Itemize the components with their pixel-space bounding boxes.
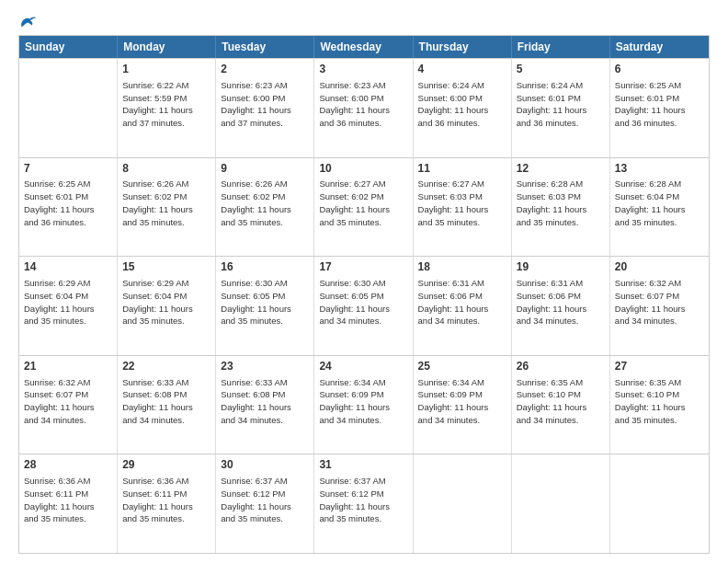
day-number: 29 [122, 457, 210, 473]
day-number: 26 [517, 359, 605, 374]
calendar-cell: 4Sunrise: 6:24 AMSunset: 6:00 PMDaylight… [414, 59, 512, 157]
cell-info: Sunrise: 6:25 AMSunset: 6:01 PMDaylight:… [615, 79, 704, 130]
calendar-cell: 21Sunrise: 6:32 AMSunset: 6:07 PMDayligh… [19, 356, 118, 454]
calendar-cell: 13Sunrise: 6:28 AMSunset: 6:04 PMDayligh… [610, 158, 709, 257]
day-number: 15 [122, 259, 210, 275]
calendar-cell: 11Sunrise: 6:27 AMSunset: 6:03 PMDayligh… [414, 158, 512, 257]
day-number: 11 [418, 161, 506, 177]
calendar-cell [414, 454, 512, 553]
cell-info: Sunrise: 6:22 AMSunset: 5:59 PMDaylight:… [122, 79, 210, 130]
day-number: 20 [615, 259, 704, 275]
calendar-cell: 22Sunrise: 6:33 AMSunset: 6:08 PMDayligh… [118, 356, 216, 454]
day-number: 14 [24, 259, 112, 275]
cell-info: Sunrise: 6:23 AMSunset: 6:00 PMDaylight:… [221, 79, 309, 130]
page-header [18, 15, 710, 29]
weekday-header-friday: Friday [512, 36, 610, 58]
weekday-header-tuesday: Tuesday [216, 36, 314, 58]
calendar-cell: 26Sunrise: 6:35 AMSunset: 6:10 PMDayligh… [512, 356, 610, 454]
calendar-cell: 15Sunrise: 6:29 AMSunset: 6:04 PMDayligh… [118, 257, 216, 355]
day-number: 13 [615, 161, 704, 177]
day-number: 9 [221, 161, 309, 177]
day-number: 22 [122, 359, 210, 374]
cell-info: Sunrise: 6:29 AMSunset: 6:04 PMDaylight:… [24, 277, 112, 327]
cell-info: Sunrise: 6:27 AMSunset: 6:02 PMDaylight:… [319, 178, 407, 228]
calendar-cell: 28Sunrise: 6:36 AMSunset: 6:11 PMDayligh… [19, 454, 118, 553]
cell-info: Sunrise: 6:37 AMSunset: 6:12 PMDaylight:… [221, 475, 309, 525]
calendar-row-0: 1Sunrise: 6:22 AMSunset: 5:59 PMDaylight… [19, 58, 709, 157]
day-number: 1 [122, 62, 210, 77]
day-number: 12 [517, 161, 605, 177]
weekday-header-sunday: Sunday [19, 36, 118, 58]
calendar-body: 1Sunrise: 6:22 AMSunset: 5:59 PMDaylight… [19, 58, 709, 553]
logo [18, 15, 37, 29]
calendar-cell: 2Sunrise: 6:23 AMSunset: 6:00 PMDaylight… [216, 59, 314, 157]
cell-info: Sunrise: 6:34 AMSunset: 6:09 PMDaylight:… [319, 376, 407, 427]
cell-info: Sunrise: 6:24 AMSunset: 6:00 PMDaylight:… [418, 79, 506, 130]
cell-info: Sunrise: 6:28 AMSunset: 6:03 PMDaylight:… [517, 178, 605, 228]
cell-info: Sunrise: 6:33 AMSunset: 6:08 PMDaylight:… [122, 376, 210, 427]
cell-info: Sunrise: 6:35 AMSunset: 6:10 PMDaylight:… [615, 376, 704, 427]
cell-info: Sunrise: 6:28 AMSunset: 6:04 PMDaylight:… [615, 178, 704, 228]
cell-info: Sunrise: 6:27 AMSunset: 6:03 PMDaylight:… [418, 178, 506, 228]
calendar-cell: 23Sunrise: 6:33 AMSunset: 6:08 PMDayligh… [216, 356, 314, 454]
weekday-header-wednesday: Wednesday [314, 36, 413, 58]
day-number: 24 [319, 359, 407, 374]
day-number: 17 [319, 259, 407, 275]
cell-info: Sunrise: 6:26 AMSunset: 6:02 PMDaylight:… [122, 178, 210, 228]
calendar-cell: 1Sunrise: 6:22 AMSunset: 5:59 PMDaylight… [118, 59, 216, 157]
cell-info: Sunrise: 6:26 AMSunset: 6:02 PMDaylight:… [221, 178, 309, 228]
calendar-cell [512, 454, 610, 553]
calendar-row-1: 7Sunrise: 6:25 AMSunset: 6:01 PMDaylight… [19, 157, 709, 257]
day-number: 18 [418, 259, 506, 275]
calendar-cell: 17Sunrise: 6:30 AMSunset: 6:05 PMDayligh… [314, 257, 413, 355]
weekday-header-saturday: Saturday [610, 36, 709, 58]
calendar-cell: 30Sunrise: 6:37 AMSunset: 6:12 PMDayligh… [216, 454, 314, 553]
cell-info: Sunrise: 6:35 AMSunset: 6:10 PMDaylight:… [517, 376, 605, 427]
calendar-row-3: 21Sunrise: 6:32 AMSunset: 6:07 PMDayligh… [19, 355, 709, 454]
cell-info: Sunrise: 6:32 AMSunset: 6:07 PMDaylight:… [24, 376, 112, 427]
cell-info: Sunrise: 6:34 AMSunset: 6:09 PMDaylight:… [418, 376, 506, 427]
calendar-cell: 9Sunrise: 6:26 AMSunset: 6:02 PMDaylight… [216, 158, 314, 257]
cell-info: Sunrise: 6:33 AMSunset: 6:08 PMDaylight:… [221, 376, 309, 427]
calendar-cell: 27Sunrise: 6:35 AMSunset: 6:10 PMDayligh… [610, 356, 709, 454]
calendar-cell: 20Sunrise: 6:32 AMSunset: 6:07 PMDayligh… [610, 257, 709, 355]
calendar-cell: 12Sunrise: 6:28 AMSunset: 6:03 PMDayligh… [512, 158, 610, 257]
calendar-cell: 7Sunrise: 6:25 AMSunset: 6:01 PMDaylight… [19, 158, 118, 257]
cell-info: Sunrise: 6:32 AMSunset: 6:07 PMDaylight:… [615, 277, 704, 327]
weekday-header-thursday: Thursday [414, 36, 512, 58]
day-number: 7 [24, 161, 112, 177]
day-number: 31 [319, 457, 407, 473]
cell-info: Sunrise: 6:37 AMSunset: 6:12 PMDaylight:… [319, 475, 407, 525]
day-number: 30 [221, 457, 309, 473]
day-number: 8 [122, 161, 210, 177]
day-number: 2 [221, 62, 309, 77]
day-number: 4 [418, 62, 506, 77]
calendar-cell [19, 59, 118, 157]
calendar-cell: 25Sunrise: 6:34 AMSunset: 6:09 PMDayligh… [414, 356, 512, 454]
calendar-cell: 10Sunrise: 6:27 AMSunset: 6:02 PMDayligh… [314, 158, 413, 257]
day-number: 28 [24, 457, 112, 473]
calendar-cell: 8Sunrise: 6:26 AMSunset: 6:02 PMDaylight… [118, 158, 216, 257]
calendar-row-4: 28Sunrise: 6:36 AMSunset: 6:11 PMDayligh… [19, 454, 709, 553]
logo-bird-icon [20, 15, 37, 29]
calendar: SundayMondayTuesdayWednesdayThursdayFrid… [18, 35, 710, 554]
day-number: 3 [319, 62, 407, 77]
calendar-cell: 16Sunrise: 6:30 AMSunset: 6:05 PMDayligh… [216, 257, 314, 355]
calendar-cell: 29Sunrise: 6:36 AMSunset: 6:11 PMDayligh… [118, 454, 216, 553]
calendar-cell: 31Sunrise: 6:37 AMSunset: 6:12 PMDayligh… [314, 454, 413, 553]
cell-info: Sunrise: 6:23 AMSunset: 6:00 PMDaylight:… [319, 79, 407, 130]
calendar-cell: 19Sunrise: 6:31 AMSunset: 6:06 PMDayligh… [512, 257, 610, 355]
cell-info: Sunrise: 6:31 AMSunset: 6:06 PMDaylight:… [517, 277, 605, 327]
cell-info: Sunrise: 6:24 AMSunset: 6:01 PMDaylight:… [517, 79, 605, 130]
day-number: 10 [319, 161, 407, 177]
day-number: 19 [517, 259, 605, 275]
calendar-cell: 24Sunrise: 6:34 AMSunset: 6:09 PMDayligh… [314, 356, 413, 454]
cell-info: Sunrise: 6:25 AMSunset: 6:01 PMDaylight:… [24, 178, 112, 228]
cell-info: Sunrise: 6:30 AMSunset: 6:05 PMDaylight:… [319, 277, 407, 327]
day-number: 25 [418, 359, 506, 374]
cell-info: Sunrise: 6:36 AMSunset: 6:11 PMDaylight:… [122, 475, 210, 525]
weekday-header-monday: Monday [118, 36, 216, 58]
day-number: 6 [615, 62, 704, 77]
day-number: 23 [221, 359, 309, 374]
calendar-cell: 6Sunrise: 6:25 AMSunset: 6:01 PMDaylight… [610, 59, 709, 157]
